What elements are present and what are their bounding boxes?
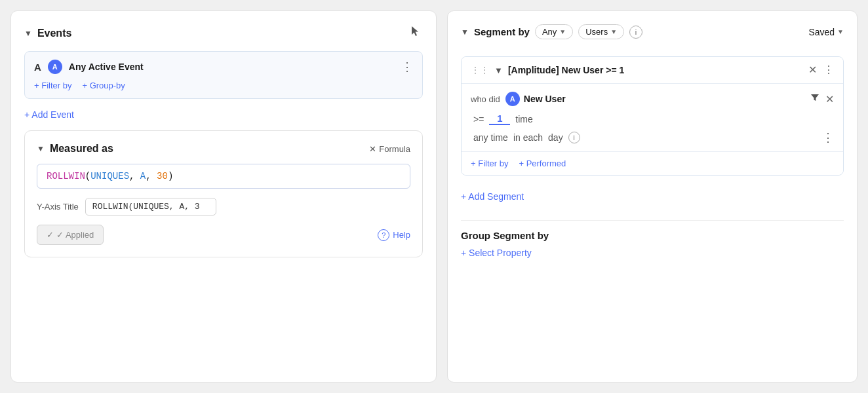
segment-card: ⋮⋮ ▼ [Amplitude] New User >= 1 ✕ ⋮ who d…	[461, 56, 844, 176]
segment-more-icon[interactable]: ⋮	[823, 65, 834, 75]
users-label: Users	[585, 27, 608, 37]
select-property-button[interactable]: + Select Property	[461, 248, 532, 258]
filter-by-segment-link[interactable]: + Filter by	[471, 159, 508, 168]
add-event-button[interactable]: + Add Event	[24, 109, 74, 120]
events-title: Events	[37, 28, 71, 39]
left-panel: ▼ Events A A Any Active Event ⋮	[10, 10, 437, 383]
group-segment-title: Group Segment by	[461, 230, 844, 241]
add-segment-button[interactable]: + Add Segment	[461, 191, 844, 202]
bottom-row: ✓ ✓ Applied ? Help	[37, 225, 410, 245]
segment-card-header: ⋮⋮ ▼ [Amplitude] New User >= 1 ✕ ⋮	[462, 57, 843, 84]
new-user-badge: A New User	[505, 92, 566, 106]
yaxis-label: Y-Axis Title	[37, 202, 79, 212]
event-letter: A	[34, 62, 41, 73]
formula-params: UNIQUES	[90, 171, 129, 181]
segment-close-icon[interactable]: ✕	[808, 65, 817, 75]
formula-num: 30	[157, 171, 168, 181]
segment-card-title: [Amplitude] New User >= 1	[508, 65, 803, 75]
measured-as-header: ▼ Measured as ✕ Formula	[37, 143, 410, 155]
who-did-row: who did A New User ✕	[471, 92, 834, 106]
amplitude-icon: A	[48, 60, 62, 74]
event-row-left: A A Any Active Event	[34, 60, 144, 74]
who-did-close-icon[interactable]: ✕	[825, 93, 834, 105]
saved-dropdown[interactable]: Saved ▼	[808, 27, 844, 37]
help-circle-icon: ?	[378, 229, 389, 241]
saved-label: Saved	[808, 27, 835, 37]
time-condition-row: >= time	[471, 113, 834, 125]
segment-card-chevron-icon[interactable]: ▼	[494, 66, 503, 75]
saved-chevron-icon: ▼	[837, 28, 844, 35]
event-actions: + Filter by + Group-by	[34, 81, 413, 90]
segment-chevron-icon[interactable]: ▼	[461, 28, 469, 37]
group-by-link[interactable]: + Group-by	[82, 81, 125, 90]
time-label: time	[515, 114, 532, 124]
any-time-text: any time	[473, 132, 508, 143]
users-dropdown[interactable]: Users ▼	[578, 24, 624, 39]
formula-label: Formula	[379, 144, 410, 154]
segment-by-title: Segment by	[474, 26, 530, 37]
filter-by-link[interactable]: + Filter by	[34, 81, 71, 90]
measured-as-title-group: ▼ Measured as	[37, 143, 113, 155]
events-chevron-icon[interactable]: ▼	[24, 29, 32, 38]
events-section-header: ▼ Events	[24, 24, 423, 42]
segment-by-header: ▼ Segment by Any ▼ Users ▼ i Saved ▼	[461, 24, 844, 39]
new-user-label: New User	[524, 94, 566, 104]
count-input[interactable]	[489, 113, 510, 125]
yaxis-input[interactable]	[85, 198, 216, 215]
segment-footer: + Filter by + Performed	[462, 151, 843, 175]
operator-label: >=	[473, 114, 484, 124]
formula-fn: ROLLWIN	[47, 171, 85, 181]
anytime-row: any time in each day i ⋮	[471, 132, 834, 143]
day-info-icon[interactable]: i	[568, 132, 580, 143]
checkmark-icon: ✓	[47, 230, 54, 240]
help-label: Help	[393, 230, 410, 240]
any-dropdown[interactable]: Any ▼	[535, 24, 573, 39]
formula-toggle-button[interactable]: ✕ Formula	[369, 144, 410, 154]
anytime-more-icon[interactable]: ⋮	[822, 132, 834, 143]
x-formula-icon: ✕	[369, 144, 376, 154]
drag-handle-icon[interactable]: ⋮⋮	[471, 65, 489, 75]
event-row: A A Any Active Event ⋮	[34, 60, 413, 74]
applied-label: ✓ Applied	[56, 230, 94, 240]
segment-card-actions: ✕ ⋮	[808, 65, 834, 75]
any-label: Any	[542, 27, 557, 37]
event-card: A A Any Active Event ⋮ + Filter by + Gro…	[24, 51, 423, 99]
new-user-amplitude-icon: A	[505, 92, 520, 106]
in-each-text: in each	[513, 132, 543, 143]
any-chevron-icon: ▼	[559, 28, 566, 35]
day-text: day	[548, 132, 563, 143]
measured-as-section: ▼ Measured as ✕ Formula ROLLWIN(UNIQUES,…	[24, 130, 423, 257]
formula-bar[interactable]: ROLLWIN(UNIQUES, A, 30)	[37, 164, 410, 189]
segment-body: who did A New User ✕ >= time	[462, 84, 843, 151]
applied-button: ✓ ✓ Applied	[37, 225, 104, 245]
cursor-tool-icon[interactable]	[408, 24, 423, 42]
users-chevron-icon: ▼	[610, 28, 617, 35]
event-more-icon[interactable]: ⋮	[401, 61, 413, 73]
segment-header-left: ▼ Segment by Any ▼ Users ▼ i	[461, 24, 642, 39]
right-panel: ▼ Segment by Any ▼ Users ▼ i Saved ▼ ⋮⋮ …	[447, 10, 858, 383]
events-section: ▼ Events A A Any Active Event ⋮	[24, 24, 423, 120]
who-did-label: who did	[471, 94, 500, 104]
segment-info-icon[interactable]: i	[629, 26, 642, 39]
measured-as-chevron-icon[interactable]: ▼	[37, 144, 45, 153]
filter-funnel-icon[interactable]	[810, 92, 820, 105]
event-name: Any Active Event	[69, 62, 144, 72]
help-link[interactable]: ? Help	[378, 229, 410, 241]
group-segment-section: Group Segment by + Select Property	[461, 220, 844, 258]
performed-link[interactable]: + Performed	[519, 159, 566, 168]
yaxis-row: Y-Axis Title	[37, 198, 410, 215]
measured-as-title: Measured as	[50, 143, 113, 155]
formula-letter: A	[140, 171, 146, 181]
events-title-group: ▼ Events	[24, 28, 71, 39]
